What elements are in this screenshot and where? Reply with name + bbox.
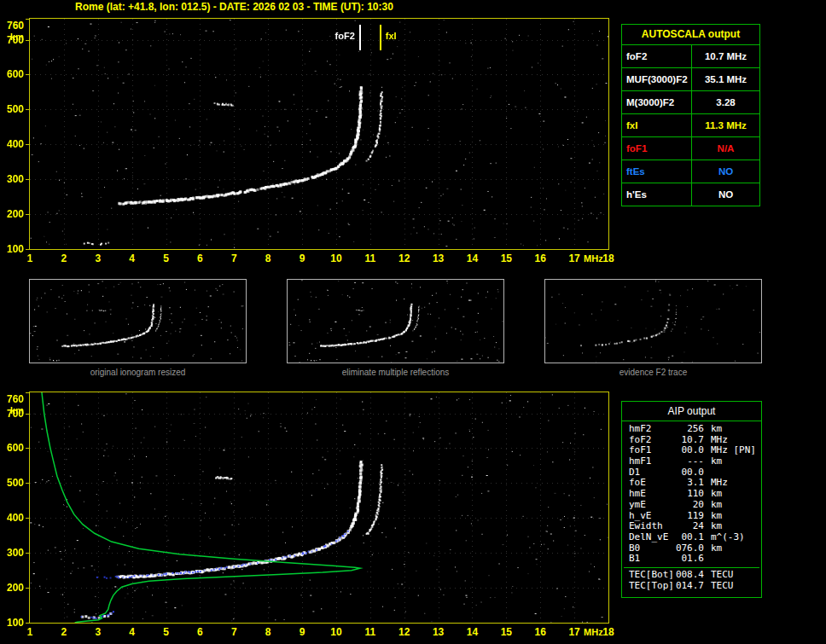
- marker-label-fxi: fxI: [386, 31, 397, 41]
- aip-param-value: ---: [656, 456, 704, 467]
- autoscala-param-name: MUF(3000)F2: [622, 68, 692, 90]
- y-axis-tick-label: 700: [2, 408, 24, 420]
- x-axis-unit-label: MHz: [584, 627, 603, 637]
- aip-row: DelN_vE00.1m^(-3): [622, 532, 761, 543]
- y-axis-tick-icon: [26, 144, 29, 145]
- ionogram-plot-bottom: [29, 392, 609, 624]
- thumbnail-caption-multiples: eliminate multiple reflections: [287, 368, 504, 377]
- aip-param-unit: km: [711, 543, 722, 554]
- y-axis-tick-label: 200: [2, 208, 24, 220]
- y-axis-tick-label: 300: [2, 547, 24, 559]
- x-axis-unit-label: MHz: [584, 253, 603, 264]
- autoscala-param-value: N/A: [692, 137, 759, 160]
- aip-table-title: AIP output: [622, 402, 761, 421]
- y-axis-tick-label: 600: [2, 442, 24, 454]
- aip-param-unit: TECU: [711, 570, 734, 581]
- aip-tec-row: TEC[Top]014.7TECU: [622, 581, 761, 592]
- aip-param-flag: [PN]: [734, 445, 757, 456]
- x-axis-tick-label: 5: [156, 252, 177, 264]
- thumbnail-caption-original: original ionogram resized: [29, 368, 247, 377]
- aip-param-value: 110: [656, 489, 704, 500]
- x-axis-tick-label: 1: [20, 626, 40, 638]
- x-axis-tick-label: 12: [394, 252, 415, 264]
- autoscala-param-value: 3.28: [692, 91, 759, 113]
- y-axis-tick-icon: [26, 40, 29, 41]
- x-axis-tick-label: 11: [360, 626, 381, 638]
- thumbnail-caption-f2: evidence F2 trace: [544, 368, 762, 377]
- aip-param-value: 00.1: [656, 532, 704, 543]
- autoscala-param-name: foF1: [622, 137, 692, 160]
- x-axis-tick-label: 8: [258, 252, 278, 264]
- y-axis-tick-icon: [26, 448, 29, 449]
- autoscala-row: foF210.7 MHz: [622, 45, 759, 68]
- y-axis-tick-label: 500: [2, 477, 24, 489]
- thumbnail-multiple-reflections: [287, 279, 504, 363]
- y-axis-tick-icon: [26, 392, 29, 393]
- x-axis-tick-label: 9: [292, 626, 312, 638]
- y-axis-tick-icon: [26, 414, 29, 415]
- y-axis-tick-icon: [26, 623, 29, 624]
- x-axis-tick-label: 12: [394, 626, 415, 638]
- y-axis-tick-icon: [26, 588, 29, 589]
- x-axis-tick-label: 3: [88, 252, 108, 264]
- thumbnail-canvas-multiples: [288, 280, 503, 363]
- autoscala-param-value: 11.3 MHz: [692, 114, 759, 136]
- y-axis-tick-icon: [26, 74, 29, 75]
- aip-param-value: 20: [656, 500, 704, 511]
- autoscala-table: AUTOSCALA output foF210.7 MHzMUF(3000)F2…: [621, 24, 760, 206]
- x-axis-tick-label: 15: [496, 626, 516, 638]
- thumbnail-f2-trace: [544, 279, 762, 363]
- aip-param-value: 24: [656, 521, 704, 532]
- x-axis-tick-label: 11: [360, 252, 381, 264]
- x-axis-tick-label: 6: [189, 626, 210, 638]
- autoscala-param-name: foF2: [622, 45, 692, 67]
- autoscala-row: h'EsNO: [622, 183, 759, 206]
- x-axis-tick-label: 17: [564, 252, 585, 264]
- x-axis-tick-label: 13: [428, 252, 449, 264]
- autoscala-row: foF1N/A: [622, 137, 759, 160]
- aip-row: B101.6: [622, 554, 761, 565]
- aip-separator-line: [624, 567, 759, 568]
- y-axis-tick-label: 400: [2, 512, 24, 524]
- aip-row: ymE20km: [622, 500, 761, 511]
- aip-param-value: 256: [656, 424, 704, 435]
- y-axis-tick-icon: [26, 109, 29, 110]
- autoscala-param-value: 35.1 MHz: [692, 68, 759, 90]
- autoscala-param-value: NO: [692, 183, 759, 206]
- ionogram-canvas-bottom: [30, 392, 608, 623]
- x-axis-tick-label: 9: [292, 252, 312, 264]
- aip-tec-row: TEC[Bot]008.4TECU: [622, 570, 761, 581]
- thumbnail-canvas-original: [30, 280, 246, 363]
- y-axis-tick-icon: [26, 214, 29, 215]
- station-date-title: Rome (lat: +41.8, lon: 012.5) - DATE: 20…: [75, 1, 393, 13]
- autoscala-table-rows: foF210.7 MHzMUF(3000)F235.1 MHzM(3000)F2…: [622, 45, 759, 206]
- marker-line-fof2: [359, 25, 361, 50]
- autoscala-param-value: 10.7 MHz: [692, 45, 759, 67]
- y-axis-tick-label: 600: [2, 68, 24, 80]
- x-axis-tick-label: 10: [326, 626, 346, 638]
- x-axis-tick-label: 8: [258, 626, 278, 638]
- autoscala-row: M(3000)F23.28: [622, 91, 759, 114]
- y-axis-tick-icon: [26, 19, 29, 20]
- marker-label-fof2: foF2: [324, 31, 355, 41]
- x-axis-tick-label: 5: [156, 626, 177, 638]
- aip-param-name: B1: [629, 554, 640, 565]
- y-axis-tick-label: 700: [2, 34, 24, 46]
- aip-param-unit: km: [711, 489, 722, 500]
- aip-row: hmF2256km: [622, 424, 761, 435]
- aip-param-value: 014.7: [656, 581, 704, 592]
- y-axis-tick-label: 500: [2, 103, 24, 115]
- y-axis-tick-label: 760: [2, 20, 24, 32]
- y-axis-tick-icon: [26, 518, 29, 519]
- x-axis-tick-label: 7: [224, 626, 244, 638]
- x-axis-tick-label: 3: [88, 626, 108, 638]
- autoscala-param-name: M(3000)F2: [622, 91, 692, 113]
- thumbnail-original-ionogram: [29, 279, 247, 363]
- aip-param-name: ymE: [629, 500, 646, 511]
- aip-table: AIP output hmF2256kmfoF210.7MHzfoF100.0M…: [621, 401, 762, 598]
- autoscala-row: ftEsNO: [622, 160, 759, 183]
- aip-param-name: hmE: [629, 489, 646, 500]
- y-axis-tick-label: 760: [2, 393, 24, 405]
- autoscala-param-value: NO: [692, 160, 759, 183]
- aip-param-unit: TECU: [711, 581, 734, 592]
